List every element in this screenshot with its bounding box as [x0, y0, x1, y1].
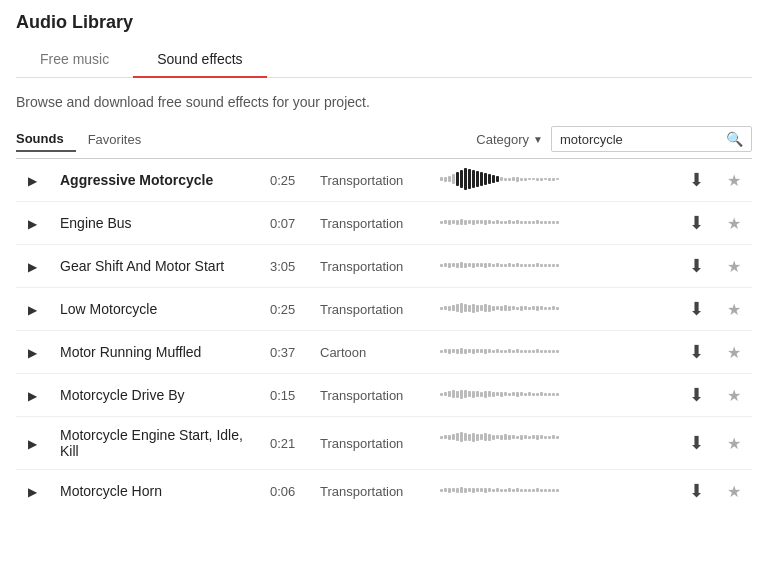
track-name: Engine Bus — [60, 215, 132, 231]
favorite-button[interactable]: ★ — [725, 300, 743, 319]
track-waveform — [432, 331, 562, 371]
track-category: Transportation — [320, 259, 403, 274]
track-waveform — [432, 470, 562, 510]
table-row: ▶Aggressive Motorcycle0:25Transportation… — [16, 159, 752, 202]
track-waveform — [432, 245, 562, 285]
category-dropdown-button[interactable]: Category ▼ — [476, 132, 543, 147]
favorite-button[interactable]: ★ — [725, 257, 743, 276]
track-duration: 0:25 — [270, 173, 295, 188]
table-row: ▶Engine Bus0:07Transportation⬇★ — [16, 202, 752, 245]
track-category: Transportation — [320, 388, 403, 403]
page-header: Audio Library Free music Sound effects — [0, 0, 768, 78]
search-icon: 🔍 — [726, 131, 743, 147]
search-box: 🔍 — [551, 126, 752, 152]
track-waveform — [432, 417, 562, 457]
table-row: ▶Motorcycle Engine Start, Idle, Kill0:21… — [16, 417, 752, 470]
play-button[interactable]: ▶ — [24, 389, 41, 403]
track-name: Motorcycle Engine Start, Idle, Kill — [60, 427, 243, 459]
play-button[interactable]: ▶ — [24, 485, 41, 499]
favorite-button[interactable]: ★ — [725, 386, 743, 405]
track-waveform — [432, 159, 562, 199]
download-button[interactable]: ⬇ — [685, 169, 708, 191]
main-content: Browse and download free sound effects f… — [0, 78, 768, 512]
search-input[interactable] — [560, 132, 720, 147]
table-row: ▶Motor Running Muffled0:37Cartoon⬇★ — [16, 331, 752, 374]
track-waveform — [432, 374, 562, 414]
download-button[interactable]: ⬇ — [685, 298, 708, 320]
chevron-down-icon: ▼ — [533, 134, 543, 145]
table-row: ▶Low Motorcycle0:25Transportation⬇★ — [16, 288, 752, 331]
download-button[interactable]: ⬇ — [685, 212, 708, 234]
track-name: Low Motorcycle — [60, 301, 157, 317]
track-name: Motorcycle Horn — [60, 483, 162, 499]
favorite-button[interactable]: ★ — [725, 434, 743, 453]
tab-sound-effects[interactable]: Sound effects — [133, 41, 266, 77]
track-duration: 0:21 — [270, 436, 295, 451]
track-category: Transportation — [320, 216, 403, 231]
download-button[interactable]: ⬇ — [685, 384, 708, 406]
category-label: Category — [476, 132, 529, 147]
table-row: ▶Motorcycle Horn0:06Transportation⬇★ — [16, 470, 752, 513]
table-row: ▶Motorcycle Drive By0:15Transportation⬇★ — [16, 374, 752, 417]
download-button[interactable]: ⬇ — [685, 480, 708, 502]
play-button[interactable]: ▶ — [24, 303, 41, 317]
track-duration: 0:15 — [270, 388, 295, 403]
track-category: Transportation — [320, 484, 403, 499]
download-button[interactable]: ⬇ — [685, 432, 708, 454]
play-button[interactable]: ▶ — [24, 217, 41, 231]
filter-tab-favorites[interactable]: Favorites — [88, 127, 153, 152]
track-duration: 0:06 — [270, 484, 295, 499]
tracks-table: ▶Aggressive Motorcycle0:25Transportation… — [16, 159, 752, 512]
play-button[interactable]: ▶ — [24, 260, 41, 274]
track-waveform — [432, 202, 562, 242]
favorite-button[interactable]: ★ — [725, 343, 743, 362]
track-category: Transportation — [320, 302, 403, 317]
filter-tab-sounds[interactable]: Sounds — [16, 127, 76, 152]
tab-free-music[interactable]: Free music — [16, 41, 133, 77]
track-name: Gear Shift And Motor Start — [60, 258, 224, 274]
filter-right: Category ▼ 🔍 — [476, 126, 752, 152]
favorite-button[interactable]: ★ — [725, 214, 743, 233]
track-name: Motor Running Muffled — [60, 344, 201, 360]
play-button[interactable]: ▶ — [24, 346, 41, 360]
track-duration: 0:37 — [270, 345, 295, 360]
track-category: Transportation — [320, 173, 403, 188]
tabs: Free music Sound effects — [16, 41, 752, 78]
download-button[interactable]: ⬇ — [685, 255, 708, 277]
filter-left: Sounds Favorites — [16, 127, 153, 152]
filter-row: Sounds Favorites Category ▼ 🔍 — [16, 126, 752, 159]
track-category: Transportation — [320, 436, 403, 451]
page-title: Audio Library — [16, 12, 752, 33]
table-row: ▶Gear Shift And Motor Start3:05Transport… — [16, 245, 752, 288]
favorite-button[interactable]: ★ — [725, 482, 743, 501]
track-duration: 0:07 — [270, 216, 295, 231]
favorite-button[interactable]: ★ — [725, 171, 743, 190]
download-button[interactable]: ⬇ — [685, 341, 708, 363]
track-name: Motorcycle Drive By — [60, 387, 184, 403]
track-name: Aggressive Motorcycle — [60, 172, 213, 188]
play-button[interactable]: ▶ — [24, 437, 41, 451]
track-duration: 0:25 — [270, 302, 295, 317]
subtitle: Browse and download free sound effects f… — [16, 94, 752, 110]
play-button[interactable]: ▶ — [24, 174, 41, 188]
track-waveform — [432, 288, 562, 328]
track-duration: 3:05 — [270, 259, 295, 274]
track-category: Cartoon — [320, 345, 366, 360]
